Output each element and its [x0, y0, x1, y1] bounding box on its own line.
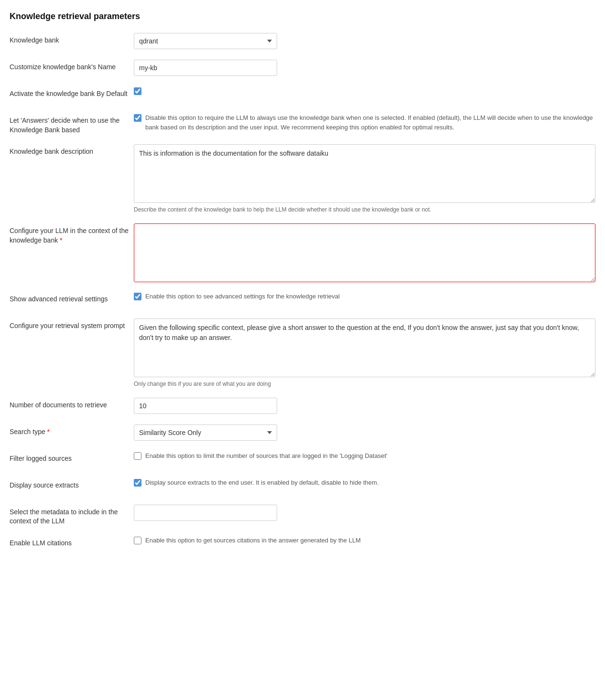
customize-name-row: Customize knowledge bank's Name: [10, 60, 595, 77]
let-answers-checkbox[interactable]: [134, 114, 141, 122]
kb-description-row: Knowledge bank description This is infor…: [10, 144, 595, 214]
knowledge-bank-row: Knowledge bank qdrant pinecone weaviate …: [10, 33, 595, 50]
show-advanced-checkbox-row: Enable this option to see advanced setti…: [134, 292, 595, 301]
show-advanced-label: Show advanced retrieval settings: [10, 292, 134, 304]
filter-sources-help: Enable this option to limit the number o…: [145, 451, 388, 461]
let-answers-help: Disable this option to require the LLM t…: [145, 113, 595, 132]
filter-sources-row: Filter logged sources Enable this option…: [10, 451, 595, 468]
search-type-label: Search type *: [10, 424, 134, 437]
kb-description-control: This is information is the documentation…: [134, 144, 595, 214]
retrieval-prompt-row: Configure your retrieval system prompt G…: [10, 318, 595, 388]
show-advanced-help: Enable this option to see advanced setti…: [145, 292, 340, 301]
display-extracts-control: Display source extracts to the end user.…: [134, 478, 595, 488]
activate-default-checkbox[interactable]: [134, 87, 141, 95]
citations-label: Enable LLM citations: [10, 536, 134, 548]
display-extracts-row: Display source extracts Display source e…: [10, 478, 595, 495]
filter-sources-control: Enable this option to limit the number o…: [134, 451, 595, 461]
filter-sources-checkbox-row: Enable this option to limit the number o…: [134, 451, 595, 461]
let-answers-checkbox-row: Disable this option to require the LLM t…: [134, 113, 595, 132]
knowledge-bank-select[interactable]: qdrant pinecone weaviate chroma: [134, 33, 277, 49]
kb-description-textarea[interactable]: This is information is the documentation…: [134, 144, 595, 203]
customize-name-input[interactable]: [134, 60, 277, 76]
show-advanced-row: Show advanced retrieval settings Enable …: [10, 292, 595, 309]
retrieval-prompt-help: Only change this if you are sure of what…: [134, 380, 595, 388]
citations-help: Enable this option to get sources citati…: [145, 536, 361, 545]
metadata-input[interactable]: [134, 505, 277, 521]
search-type-row: Search type * Similarity Score Only MMR …: [10, 424, 595, 442]
configure-llm-label: Configure your LLM in the context of the…: [10, 223, 134, 245]
metadata-control: [134, 505, 595, 521]
num-documents-input[interactable]: [134, 398, 277, 414]
customize-name-label: Customize knowledge bank's Name: [10, 60, 134, 72]
page-title: Knowledge retrieval parameters: [10, 11, 595, 21]
filter-sources-checkbox[interactable]: [134, 452, 141, 460]
display-extracts-label: Display source extracts: [10, 478, 134, 490]
retrieval-prompt-control: Given the following specific context, pl…: [134, 318, 595, 388]
citations-row: Enable LLM citations Enable this option …: [10, 536, 595, 553]
num-documents-control: [134, 398, 595, 414]
metadata-row: Select the metadata to include in the co…: [10, 505, 595, 526]
configure-llm-row: Configure your LLM in the context of the…: [10, 223, 595, 282]
activate-default-checkbox-row: [134, 86, 595, 95]
kb-description-help: Describe the content of the knowledge ba…: [134, 206, 595, 214]
let-answers-control: Disable this option to require the LLM t…: [134, 113, 595, 132]
kb-description-label: Knowledge bank description: [10, 144, 134, 157]
metadata-label: Select the metadata to include in the co…: [10, 505, 134, 526]
show-advanced-control: Enable this option to see advanced setti…: [134, 292, 595, 301]
search-type-control: Similarity Score Only MMR Similarity: [134, 424, 595, 441]
knowledge-bank-control: qdrant pinecone weaviate chroma: [134, 33, 595, 49]
citations-checkbox-row: Enable this option to get sources citati…: [134, 536, 595, 545]
customize-name-control: [134, 60, 595, 76]
configure-llm-required: *: [58, 236, 62, 244]
show-advanced-checkbox[interactable]: [134, 293, 141, 300]
configure-llm-textarea[interactable]: [134, 223, 595, 282]
activate-default-control: [134, 86, 595, 95]
knowledge-bank-label: Knowledge bank: [10, 33, 134, 45]
display-extracts-help: Display source extracts to the end user.…: [145, 478, 379, 488]
let-answers-row: Let 'Answers' decide when to use the Kno…: [10, 113, 595, 135]
search-type-select[interactable]: Similarity Score Only MMR Similarity: [134, 424, 277, 441]
citations-checkbox[interactable]: [134, 537, 141, 544]
filter-sources-label: Filter logged sources: [10, 451, 134, 464]
retrieval-prompt-label: Configure your retrieval system prompt: [10, 318, 134, 331]
display-extracts-checkbox-row: Display source extracts to the end user.…: [134, 478, 595, 488]
activate-default-row: Activate the knowledge bank By Default: [10, 86, 595, 104]
let-answers-label: Let 'Answers' decide when to use the Kno…: [10, 113, 134, 135]
configure-llm-control: [134, 223, 595, 282]
search-type-required: *: [45, 428, 50, 435]
num-documents-row: Number of documents to retrieve: [10, 398, 595, 415]
activate-default-label: Activate the knowledge bank By Default: [10, 86, 134, 99]
citations-control: Enable this option to get sources citati…: [134, 536, 595, 545]
display-extracts-checkbox[interactable]: [134, 479, 141, 487]
num-documents-label: Number of documents to retrieve: [10, 398, 134, 410]
retrieval-prompt-textarea[interactable]: Given the following specific context, pl…: [134, 318, 595, 377]
